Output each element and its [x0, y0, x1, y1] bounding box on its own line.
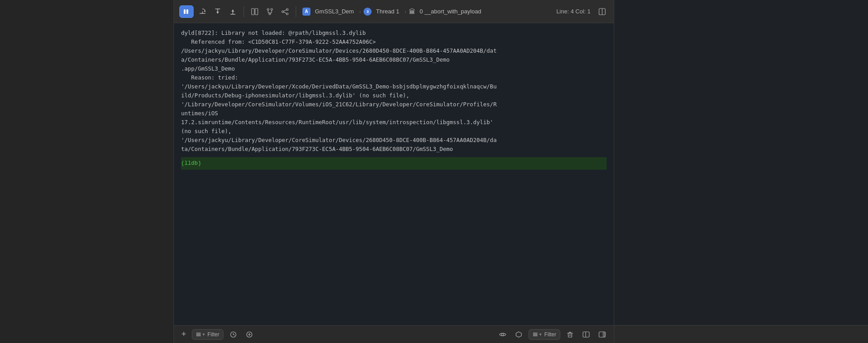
svg-point-18 — [286, 13, 288, 15]
frame-breadcrumb[interactable]: 0 __abort_with_payload — [417, 6, 484, 17]
eye-button[interactable] — [496, 328, 509, 341]
separator-1 — [244, 6, 244, 17]
svg-marker-9 — [231, 9, 234, 12]
bottom-bar: + ▾ Filter — [174, 325, 614, 343]
svg-rect-12 — [255, 8, 258, 15]
svg-rect-36 — [533, 335, 537, 336]
console-output-area: dyld[8722]: Library not loaded: @rpath/l… — [174, 23, 614, 325]
svg-rect-37 — [568, 333, 572, 337]
svg-rect-0 — [184, 9, 186, 14]
continue-button[interactable] — [179, 5, 194, 18]
timestamp-button[interactable] — [227, 328, 240, 341]
share-button[interactable] — [279, 5, 291, 18]
console-prompt: (lldb) — [181, 160, 201, 167]
filter-label-left: Filter — [207, 331, 219, 338]
filter-dropdown-left[interactable]: ▾ — [196, 332, 205, 337]
svg-rect-42 — [583, 332, 589, 337]
breakpoints-button[interactable] — [248, 5, 261, 18]
separator-2 — [296, 6, 296, 17]
branch-button[interactable] — [264, 5, 276, 18]
right-panel-content — [614, 0, 868, 325]
panel-right-toggle[interactable] — [596, 328, 608, 341]
bottom-left-controls: + ▾ Filter — [179, 328, 256, 341]
layout-toggle-button[interactable] — [596, 5, 608, 18]
line-col-display: Line: 4 Col: 1 — [556, 8, 591, 15]
right-panel-bottom-bar — [614, 325, 868, 343]
svg-point-14 — [271, 8, 273, 10]
svg-rect-45 — [603, 332, 605, 337]
add-filter-button[interactable] — [243, 328, 256, 341]
step-into-button[interactable] — [211, 5, 224, 18]
app-name-breadcrumb[interactable]: GmSSL3_Dem — [312, 6, 356, 17]
frame-icon: 🏛 — [409, 8, 415, 15]
svg-line-19 — [284, 10, 286, 11]
svg-line-20 — [284, 12, 286, 13]
view2-button[interactable] — [513, 328, 525, 341]
filter-container-right[interactable]: ▾ Filter — [529, 329, 560, 340]
right-panel — [614, 0, 868, 343]
svg-rect-23 — [196, 333, 201, 334]
svg-rect-34 — [533, 333, 537, 334]
step-out-button[interactable] — [227, 5, 239, 18]
svg-point-16 — [282, 11, 284, 13]
thread-icon: ⏸ — [364, 8, 372, 16]
debug-toolbar: A GmSSL3_Dem › ⏸ Thread 1 › 🏛 0 __abort_… — [174, 0, 614, 23]
svg-line-28 — [233, 335, 235, 335]
svg-rect-35 — [533, 334, 537, 335]
console-output-text: dyld[8722]: Library not loaded: @rpath/l… — [181, 29, 607, 154]
chevron-1: › — [359, 9, 361, 14]
svg-point-32 — [502, 333, 504, 335]
sidebar — [0, 0, 174, 343]
svg-rect-11 — [252, 8, 254, 15]
bottom-right-controls: ▾ Filter — [496, 328, 608, 341]
svg-rect-24 — [196, 334, 201, 335]
svg-point-13 — [267, 8, 269, 10]
step-over-button[interactable] — [196, 5, 209, 18]
filter-container-left[interactable]: ▾ Filter — [192, 329, 223, 340]
svg-marker-6 — [216, 12, 219, 14]
add-console-button[interactable]: + — [179, 330, 188, 339]
svg-marker-33 — [516, 332, 521, 337]
filter-label-right: Filter — [544, 331, 556, 338]
clear-button[interactable] — [564, 328, 576, 341]
panel-left-toggle[interactable] — [580, 328, 592, 341]
svg-rect-1 — [186, 9, 188, 14]
svg-rect-25 — [196, 335, 201, 336]
filter-dropdown-right[interactable]: ▾ — [533, 332, 541, 337]
thread-breadcrumb[interactable]: Thread 1 — [373, 6, 402, 17]
chevron-2: › — [405, 9, 406, 14]
svg-point-17 — [286, 8, 288, 10]
main-area: A GmSSL3_Dem › ⏸ Thread 1 › 🏛 0 __abort_… — [174, 0, 614, 343]
app-icon: A — [302, 8, 310, 16]
